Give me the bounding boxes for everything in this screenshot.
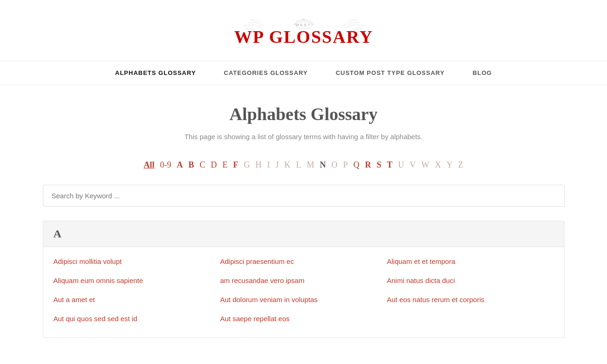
alpha-L[interactable]: L [294, 159, 303, 171]
alpha-all[interactable]: All [142, 159, 156, 171]
svg-point-3 [312, 24, 314, 25]
alpha-Y[interactable]: Y [445, 159, 455, 171]
alpha-Z[interactable]: Z [457, 159, 465, 171]
alpha-F[interactable]: F [231, 159, 240, 171]
svg-point-2 [293, 24, 295, 25]
nav-item-alphabets[interactable]: ALPHABETS GLOSSARY [101, 61, 210, 85]
alpha-V[interactable]: V [408, 159, 418, 171]
svg-point-4 [303, 19, 305, 20]
term-link[interactable]: Aut saepe repellat eos [220, 309, 387, 328]
term-placeholder [387, 309, 554, 328]
term-link[interactable]: Aut a amet et [54, 290, 220, 309]
alpha-A[interactable]: A [175, 159, 184, 171]
alpha-O[interactable]: O [330, 159, 340, 171]
page-title: Alphabets Glossary [43, 104, 565, 124]
alpha-H[interactable]: H [253, 159, 263, 171]
term-link[interactable]: Aut eos natus rerum et corporis [387, 290, 554, 309]
term-link[interactable]: Animi natus dicta duci [387, 271, 554, 290]
alpha-U[interactable]: U [396, 159, 406, 171]
search-input[interactable] [43, 185, 565, 207]
alpha-K[interactable]: K [283, 159, 293, 171]
alpha-R[interactable]: R [363, 159, 373, 171]
term-link[interactable]: Adipisci praesentium ec [220, 252, 387, 271]
alpha-W[interactable]: W [420, 159, 431, 171]
nav-link-alphabets[interactable]: ALPHABETS GLOSSARY [101, 61, 210, 85]
svg-text:WP GLOSSARY: WP GLOSSARY [234, 27, 373, 47]
site-nav: ALPHABETS GLOSSARY CATEGORIES GLOSSARY C… [0, 61, 607, 85]
nav-item-custom-post[interactable]: CUSTOM POST TYPE GLOSSARY [322, 61, 459, 85]
alpha-S[interactable]: S [375, 159, 383, 171]
nav-link-blog[interactable]: BLOG [458, 61, 506, 85]
nav-item-categories[interactable]: CATEGORIES GLOSSARY [210, 61, 322, 85]
alpha-B[interactable]: B [186, 159, 196, 171]
alpha-G[interactable]: G [242, 159, 252, 171]
page-wrapper: MEET WP GLOSSARY ALPHABETS GLOSSARY CATE… [0, 0, 607, 357]
term-link[interactable]: Aliquam et et tempora [387, 252, 554, 271]
alpha-D[interactable]: D [209, 159, 218, 171]
main-content: Alphabets Glossary This page is showing … [34, 104, 574, 357]
logo-ornament-svg: MEET WP GLOSSARY [234, 14, 374, 51]
alpha-X[interactable]: X [433, 159, 443, 171]
nav-link-custom-post[interactable]: CUSTOM POST TYPE GLOSSARY [322, 61, 459, 85]
alpha-Q[interactable]: Q [352, 159, 361, 171]
term-link[interactable]: Aliquam eum omnis sapiente [54, 271, 220, 290]
glossary-section-header-A: A [43, 221, 564, 247]
alpha-N[interactable]: N [318, 159, 328, 171]
term-link[interactable]: Adipisci mollitia volupt [54, 252, 220, 271]
alpha-P[interactable]: P [341, 159, 350, 171]
term-link[interactable]: Aut dolorum veniam in voluptas [220, 290, 387, 309]
alpha-E[interactable]: E [220, 159, 229, 171]
glossary-terms-A: Adipisci mollitia volupt Adipisci praese… [43, 247, 564, 337]
nav-link-categories[interactable]: CATEGORIES GLOSSARY [210, 61, 322, 85]
alpha-T[interactable]: T [385, 159, 395, 171]
nav-list: ALPHABETS GLOSSARY CATEGORIES GLOSSARY C… [9, 61, 598, 85]
term-link[interactable]: Aut qui quos sed sed est id [54, 309, 220, 328]
glossary-section-A: A Adipisci mollitia volupt Adipisci prae… [43, 221, 565, 338]
alpha-0-9[interactable]: 0-9 [158, 159, 173, 171]
alpha-M[interactable]: M [305, 159, 316, 171]
glossary-section-letter-A: A [54, 228, 554, 240]
site-header: MEET WP GLOSSARY [0, 0, 607, 61]
nav-item-blog[interactable]: BLOG [458, 61, 506, 85]
alpha-I[interactable]: I [265, 159, 272, 171]
page-description: This page is showing a list of glossary … [43, 133, 565, 141]
terms-grid-A: Adipisci mollitia volupt Adipisci praese… [54, 252, 554, 328]
alpha-J[interactable]: J [273, 159, 280, 171]
alpha-C[interactable]: C [198, 159, 207, 171]
term-link[interactable]: am recusandae vero ipsam [220, 271, 387, 290]
alphabet-filter: All 0-9 A B C D E F G H I J K L M N O P … [43, 159, 565, 171]
svg-text:MEET: MEET [295, 23, 311, 27]
